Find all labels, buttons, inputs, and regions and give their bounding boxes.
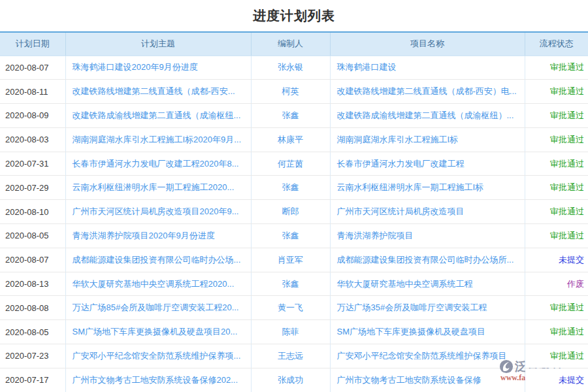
table-row: 2020-08-03湖南洞庭湖水库引水工程施工I标2020年9月...林康平湖南…	[0, 127, 588, 152]
column-header-subject: 计划主题	[65, 32, 251, 56]
plan-subject-link[interactable]: 青海洪湖养护院项目2020年9月份进度	[73, 231, 215, 240]
table-row: 2020-07-29云南水利枢纽潜明水库一期工程施工2020...张鑫云南水利枢…	[0, 176, 588, 200]
cell-flow-status: 审批通过	[525, 224, 588, 248]
cell-plan-date: 2020-08-10	[0, 200, 65, 224]
plan-subject-link[interactable]: 改建铁路成渝线增建第二直通线（成渝枢纽...	[73, 110, 241, 120]
plan-subject-link[interactable]: 广安邓小平纪念馆安全防范系统维护保养项...	[73, 351, 241, 361]
status-link[interactable]: 审批通过	[550, 159, 584, 169]
table-row: 2020-08-09改建铁路成渝线增建第二直通线（成渝枢纽...张鑫改建铁路成渝…	[0, 104, 588, 128]
project-name-link[interactable]: 湖南洞庭湖水库引水工程施工I标	[337, 135, 459, 144]
cell-plan-subject: 云南水利枢纽潜明水库一期工程施工2020...	[65, 176, 251, 200]
status-link[interactable]: 审批通过	[550, 351, 584, 361]
cell-plan-date: 2020-08-08	[0, 296, 65, 320]
table-header-row: 计划日期计划主题编制人项目名称流程状态	[0, 32, 588, 56]
project-name-link[interactable]: 广州市天河区统计局机房改造项目	[337, 206, 465, 216]
cell-plan-subject: 长春市伊通河水力发电厂改建工程2020年8...	[65, 152, 251, 176]
table-row: 2020-08-10广州市天河区统计局机房改造项目2020年9...断郎广州市天…	[0, 200, 588, 224]
cell-project-name: 广州市文物考古工地安防系统设备保修	[330, 368, 525, 392]
column-header-project: 项目名称	[330, 32, 525, 56]
plan-subject-link[interactable]: SM广场地下车库更换摄像机及硬盘项目20...	[73, 327, 238, 336]
status-link[interactable]: 未提交	[559, 255, 584, 265]
plan-subject-link[interactable]: 珠海鹤港口建设2020年9月份进度	[73, 62, 198, 72]
project-name-link[interactable]: 珠海鹤港口建设	[337, 62, 397, 72]
cell-plan-date: 2020-07-23	[0, 344, 65, 368]
project-name-link[interactable]: 云南水利枢纽潜明水库一期工程施工I标	[337, 182, 484, 192]
cell-author: 陈菲	[251, 320, 330, 344]
project-name-link[interactable]: 万达广场35#会所及咖啡厅空调安装工程	[337, 302, 487, 312]
cell-plan-date: 2020-08-13	[0, 272, 65, 296]
status-link[interactable]: 审批通过	[550, 231, 584, 240]
cell-plan-date: 2020-08-07	[0, 248, 65, 272]
status-link[interactable]: 审批通过	[550, 302, 584, 312]
status-link[interactable]: 审批通过	[550, 327, 584, 336]
project-name-link[interactable]: SM广场地下车库更换摄像机及硬盘项目	[337, 327, 486, 336]
cell-project-name: 长春市伊通河水力发电厂改建工程	[330, 152, 525, 176]
plan-subject-link[interactable]: 长春市伊通河水力发电厂改建工程2020年8...	[73, 159, 239, 169]
cell-flow-status: 审批通过	[525, 104, 588, 128]
cell-project-name: 改建铁路成渝线增建第二直通线（成渝枢纽）...	[330, 104, 525, 128]
column-header-status: 流程状态	[525, 32, 588, 56]
plan-subject-link[interactable]: 改建铁路线增建第二线直通线（成都-西安...	[73, 86, 235, 96]
status-link[interactable]: 作废	[567, 279, 584, 289]
plan-subject-link[interactable]: 华软大厦研究基地中央空调系统工程2020...	[73, 279, 235, 289]
cell-project-name: 万达广场35#会所及咖啡厅空调安装工程	[330, 296, 525, 320]
cell-project-name: SM广场地下车库更换摄像机及硬盘项目	[330, 320, 525, 344]
cell-flow-status: 审批通过	[525, 320, 588, 344]
table-row: 2020-08-07珠海鹤港口建设2020年9月份进度张永银珠海鹤港口建设审批通…	[0, 56, 588, 80]
cell-plan-subject: 广安邓小平纪念馆安全防范系统维护保养项...	[65, 344, 251, 368]
cell-plan-subject: 万达广场85#会所及咖啡厅空调安装工程20...	[65, 296, 251, 320]
cell-flow-status: 审批通过	[525, 344, 588, 368]
project-name-link[interactable]: 华软大厦研究基地中央空调系统工程	[337, 279, 473, 289]
status-link[interactable]: 审批通过	[550, 110, 584, 120]
project-name-link[interactable]: 长春市伊通河水力发电厂改建工程	[337, 159, 465, 169]
project-name-link[interactable]: 广州市文物考古工地安防系统设备保修	[337, 375, 482, 385]
status-link[interactable]: 审批通过	[550, 62, 584, 72]
cell-plan-subject: 青海洪湖养护院项目2020年9月份进度	[65, 224, 251, 248]
cell-author: 林康平	[251, 127, 330, 152]
cell-flow-status: 审批通过	[525, 176, 588, 200]
plan-subject-link[interactable]: 广州市天河区统计局机房改造项目2020年9...	[73, 206, 239, 216]
plan-subject-link[interactable]: 万达广场85#会所及咖啡厅空调安装工程20...	[73, 302, 239, 312]
plan-subject-link[interactable]: 成都能源建设集团投资有限公司临时办公场...	[73, 255, 241, 265]
cell-plan-date: 2020-07-31	[0, 152, 65, 176]
status-link[interactable]: 审批通过	[550, 206, 584, 216]
cell-project-name: 湖南洞庭湖水库引水工程施工I标	[330, 127, 525, 152]
cell-flow-status: 审批通过	[525, 296, 588, 320]
table-row: 2020-08-05青海洪湖养护院项目2020年9月份进度张鑫青海洪湖养护院项目…	[0, 224, 588, 248]
cell-plan-subject: 改建铁路成渝线增建第二直通线（成渝枢纽...	[65, 104, 251, 128]
table-row: 2020-08-08万达广场85#会所及咖啡厅空调安装工程20...黄一飞万达广…	[0, 296, 588, 320]
cell-project-name: 珠海鹤港口建设	[330, 56, 525, 80]
project-name-link[interactable]: 广安邓小平纪念馆安全防范系统维护保养项目	[337, 351, 507, 361]
cell-plan-subject: 广州市文物考古工地安防系统设备保修202...	[65, 368, 251, 392]
cell-plan-date: 2020-08-07	[0, 56, 65, 80]
project-name-link[interactable]: 青海洪湖养护院项目	[337, 231, 414, 240]
project-name-link[interactable]: 改建铁路线增建第二线直通线（成都-西安）电...	[337, 86, 517, 96]
cell-project-name: 改建铁路线增建第二线直通线（成都-西安）电...	[330, 80, 525, 104]
table-body: 2020-08-07珠海鹤港口建设2020年9月份进度张永银珠海鹤港口建设审批通…	[0, 56, 588, 392]
plan-subject-link[interactable]: 云南水利枢纽潜明水库一期工程施工2020...	[73, 182, 235, 192]
cell-author: 张鑫	[251, 104, 330, 128]
cell-plan-subject: SM广场地下车库更换摄像机及硬盘项目20...	[65, 320, 251, 344]
column-header-date: 计划日期	[0, 32, 65, 56]
cell-flow-status: 审批通过	[525, 56, 588, 80]
project-name-link[interactable]: 成都能源建设集团投资有限公司临时办公场所...	[337, 255, 514, 265]
cell-plan-date: 2020-07-29	[0, 176, 65, 200]
status-link[interactable]: 审批通过	[550, 86, 584, 96]
plan-subject-link[interactable]: 广州市文物考古工地安防系统设备保修202...	[73, 375, 238, 385]
progress-plan-list-page: 进度计划列表 计划日期计划主题编制人项目名称流程状态 2020-08-07珠海鹤…	[0, 0, 588, 392]
status-link[interactable]: 审批通过	[550, 182, 584, 192]
cell-plan-date: 2020-08-05	[0, 224, 65, 248]
cell-author: 王志远	[251, 344, 330, 368]
cell-project-name: 广州市天河区统计局机房改造项目	[330, 200, 525, 224]
table-row: 2020-08-11改建铁路线增建第二线直通线（成都-西安...柯英改建铁路线增…	[0, 80, 588, 104]
progress-plan-table: 计划日期计划主题编制人项目名称流程状态 2020-08-07珠海鹤港口建设202…	[0, 31, 588, 392]
table-row: 2020-08-13华软大厦研究基地中央空调系统工程2020...张鑫华软大厦研…	[0, 272, 588, 296]
plan-subject-link[interactable]: 湖南洞庭湖水库引水工程施工I标2020年9月...	[73, 135, 242, 144]
table-row: 2020-08-07成都能源建设集团投资有限公司临时办公场...肖亚军成都能源建…	[0, 248, 588, 272]
status-link[interactable]: 未提交	[559, 375, 584, 385]
cell-flow-status: 审批通过	[525, 127, 588, 152]
project-name-link[interactable]: 改建铁路成渝线增建第二直通线（成渝枢纽）...	[337, 110, 514, 120]
status-link[interactable]: 审批通过	[550, 135, 584, 144]
cell-project-name: 云南水利枢纽潜明水库一期工程施工I标	[330, 176, 525, 200]
cell-author: 张成功	[251, 368, 330, 392]
